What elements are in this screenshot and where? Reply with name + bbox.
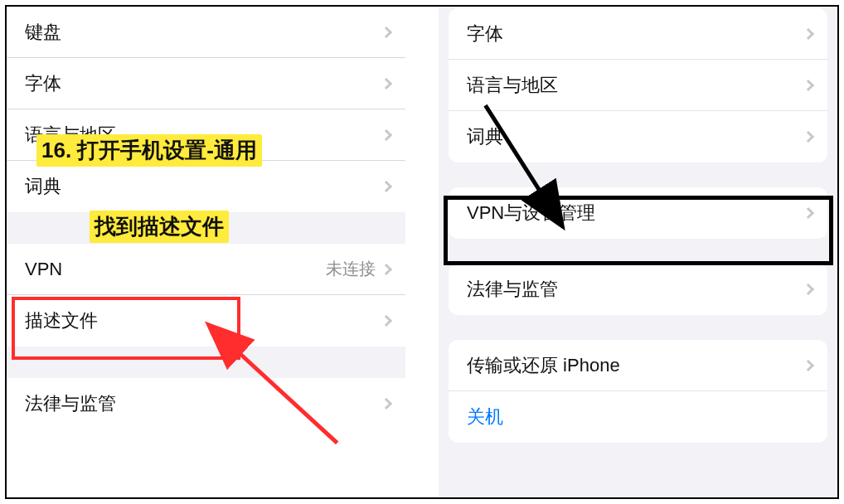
row-label: 字体 [25, 71, 382, 96]
row-label: 描述文件 [25, 308, 382, 333]
row-detail: 未连接 [326, 258, 376, 280]
row-legal[interactable]: 法律与监管 [449, 264, 827, 315]
chevron-right-icon [803, 207, 814, 219]
chevron-right-icon [803, 284, 814, 295]
row-label: VPN与设备管理 [467, 201, 804, 225]
chevron-right-icon [381, 77, 392, 89]
chevron-right-icon [803, 79, 814, 90]
row-label: 词典 [25, 174, 382, 199]
row-fonts[interactable]: 字体 [7, 58, 405, 109]
row-vpn[interactable]: VPN 未连接 [7, 244, 405, 295]
chevron-right-icon [381, 26, 392, 37]
row-transfer-reset[interactable]: 传输或还原 iPhone [449, 340, 827, 391]
annotation-text-1: 16. 打开手机设置-通用 [36, 134, 262, 167]
chevron-right-icon [381, 263, 392, 274]
row-label: VPN [25, 259, 326, 280]
chevron-right-icon [381, 315, 392, 327]
row-vpn-device-management[interactable]: VPN与设备管理 [449, 187, 827, 239]
row-label: 法律与监管 [25, 391, 382, 416]
row-label: 关机 [467, 405, 812, 429]
row-label: 语言与地区 [467, 73, 804, 98]
right-settings-panel: 字体 语言与地区 词典 VPN与设备管理 [439, 7, 837, 497]
chevron-right-icon [381, 181, 392, 192]
row-label: 字体 [467, 22, 804, 46]
row-language-region[interactable]: 语言与地区 [449, 60, 827, 111]
annotation-text-2: 找到描述文件 [90, 211, 229, 243]
row-dictionary[interactable]: 词典 [7, 161, 405, 212]
chevron-right-icon [803, 27, 814, 39]
chevron-right-icon [381, 128, 392, 140]
chevron-right-icon [803, 131, 814, 143]
left-settings-panel: 键盘 字体 语言与地区 词典 VPN [7, 7, 405, 497]
row-label: 传输或还原 iPhone [467, 353, 804, 378]
row-profile[interactable]: 描述文件 [7, 295, 405, 346]
row-label: 词典 [467, 124, 804, 149]
chevron-right-icon [803, 359, 814, 371]
row-fonts[interactable]: 字体 [449, 8, 827, 60]
row-dictionary[interactable]: 词典 [449, 111, 827, 162]
row-keyboard[interactable]: 键盘 [7, 7, 405, 58]
row-label: 键盘 [25, 20, 382, 45]
row-legal[interactable]: 法律与监管 [7, 378, 405, 429]
chevron-right-icon [381, 398, 392, 410]
row-shutdown[interactable]: 关机 [449, 391, 827, 443]
row-label: 法律与监管 [467, 277, 804, 302]
section-separator [7, 346, 405, 378]
